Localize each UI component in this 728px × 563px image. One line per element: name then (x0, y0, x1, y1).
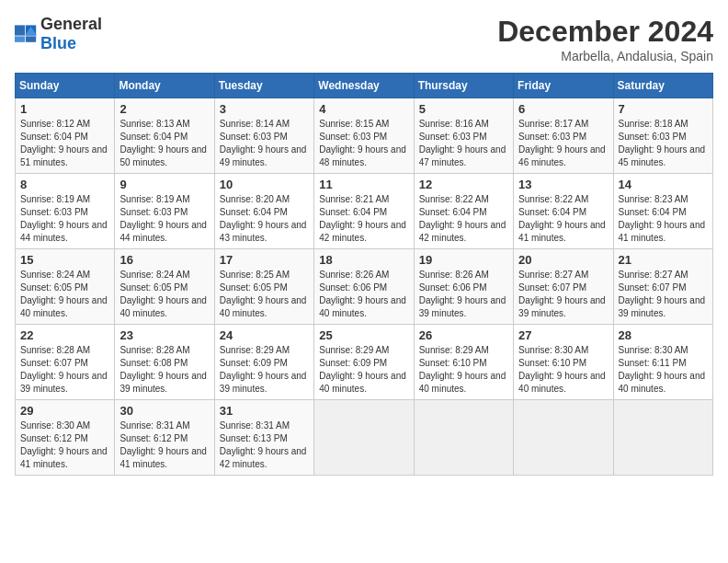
calendar-cell: 26 Sunrise: 8:29 AM Sunset: 6:10 PM Dayl… (414, 325, 513, 400)
calendar-cell: 2 Sunrise: 8:13 AM Sunset: 6:04 PM Dayli… (115, 98, 214, 174)
title-area: December 2024 Marbella, Andalusia, Spain (497, 15, 713, 63)
col-tuesday: Tuesday (214, 74, 313, 98)
day-info: Sunrise: 8:25 AM Sunset: 6:05 PM Dayligh… (220, 269, 309, 320)
calendar-week-row: 29 Sunrise: 8:30 AM Sunset: 6:12 PM Dayl… (16, 400, 713, 476)
day-info: Sunrise: 8:30 AM Sunset: 6:10 PM Dayligh… (518, 344, 608, 396)
day-number: 29 (20, 404, 109, 418)
calendar-cell: 10 Sunrise: 8:20 AM Sunset: 6:04 PM Dayl… (214, 174, 313, 249)
calendar-cell: 8 Sunrise: 8:19 AM Sunset: 6:03 PM Dayli… (16, 174, 115, 249)
calendar-cell: 21 Sunrise: 8:27 AM Sunset: 6:07 PM Dayl… (613, 249, 712, 325)
calendar-cell: 11 Sunrise: 8:21 AM Sunset: 6:04 PM Dayl… (314, 174, 414, 249)
day-number: 10 (220, 178, 309, 191)
calendar-cell (414, 400, 513, 476)
day-info: Sunrise: 8:12 AM Sunset: 6:04 PM Dayligh… (20, 118, 109, 169)
day-info: Sunrise: 8:23 AM Sunset: 6:04 PM Dayligh… (619, 193, 708, 245)
day-info: Sunrise: 8:22 AM Sunset: 6:04 PM Dayligh… (419, 193, 508, 245)
day-info: Sunrise: 8:24 AM Sunset: 6:05 PM Dayligh… (119, 269, 209, 320)
day-info: Sunrise: 8:28 AM Sunset: 6:07 PM Dayligh… (20, 344, 109, 396)
day-info: Sunrise: 8:24 AM Sunset: 6:05 PM Dayligh… (20, 269, 109, 320)
calendar-week-row: 1 Sunrise: 8:12 AM Sunset: 6:04 PM Dayli… (16, 98, 713, 174)
calendar-cell: 17 Sunrise: 8:25 AM Sunset: 6:05 PM Dayl… (214, 249, 313, 325)
calendar-cell: 22 Sunrise: 8:28 AM Sunset: 6:07 PM Dayl… (16, 325, 115, 400)
calendar-cell: 20 Sunrise: 8:27 AM Sunset: 6:07 PM Dayl… (514, 249, 613, 325)
day-number: 11 (319, 178, 408, 191)
calendar-cell: 28 Sunrise: 8:30 AM Sunset: 6:11 PM Dayl… (613, 325, 712, 400)
col-friday: Friday (514, 74, 613, 98)
col-monday: Monday (115, 74, 214, 98)
day-number: 1 (20, 102, 109, 116)
col-wednesday: Wednesday (314, 74, 414, 98)
day-number: 22 (20, 328, 109, 342)
logo-text: General Blue (40, 15, 102, 53)
day-number: 6 (518, 102, 608, 116)
day-number: 16 (119, 253, 209, 267)
calendar-cell: 31 Sunrise: 8:31 AM Sunset: 6:13 PM Dayl… (214, 400, 313, 476)
day-info: Sunrise: 8:18 AM Sunset: 6:03 PM Dayligh… (619, 118, 708, 169)
col-thursday: Thursday (414, 74, 513, 98)
svg-rect-4 (26, 36, 36, 41)
calendar-cell: 15 Sunrise: 8:24 AM Sunset: 6:05 PM Dayl… (16, 249, 115, 325)
day-info: Sunrise: 8:28 AM Sunset: 6:08 PM Dayligh… (119, 344, 209, 396)
day-number: 9 (119, 178, 209, 191)
day-info: Sunrise: 8:19 AM Sunset: 6:03 PM Dayligh… (20, 193, 109, 245)
day-number: 14 (619, 178, 708, 191)
svg-rect-0 (15, 25, 25, 35)
day-number: 12 (419, 178, 508, 191)
day-number: 26 (419, 328, 508, 342)
day-info: Sunrise: 8:26 AM Sunset: 6:06 PM Dayligh… (419, 269, 508, 320)
day-number: 20 (518, 253, 608, 267)
day-info: Sunrise: 8:27 AM Sunset: 6:07 PM Dayligh… (619, 269, 708, 320)
day-number: 3 (220, 102, 309, 116)
calendar-cell: 30 Sunrise: 8:31 AM Sunset: 6:12 PM Dayl… (115, 400, 214, 476)
day-info: Sunrise: 8:30 AM Sunset: 6:11 PM Dayligh… (619, 344, 708, 396)
logo: General Blue (15, 15, 102, 53)
day-number: 25 (319, 328, 408, 342)
day-info: Sunrise: 8:19 AM Sunset: 6:03 PM Dayligh… (119, 193, 209, 245)
day-info: Sunrise: 8:17 AM Sunset: 6:03 PM Dayligh… (518, 118, 608, 169)
day-number: 8 (20, 178, 109, 191)
day-number: 23 (119, 328, 209, 342)
calendar-cell: 12 Sunrise: 8:22 AM Sunset: 6:04 PM Dayl… (414, 174, 513, 249)
logo-blue: Blue (40, 34, 76, 52)
day-number: 30 (119, 404, 209, 418)
calendar-cell: 7 Sunrise: 8:18 AM Sunset: 6:03 PM Dayli… (613, 98, 712, 174)
day-number: 18 (319, 253, 408, 267)
day-number: 17 (220, 253, 309, 267)
day-info: Sunrise: 8:29 AM Sunset: 6:09 PM Dayligh… (319, 344, 408, 396)
calendar-cell: 3 Sunrise: 8:14 AM Sunset: 6:03 PM Dayli… (214, 98, 313, 174)
calendar-table: Sunday Monday Tuesday Wednesday Thursday… (15, 73, 713, 476)
day-number: 15 (20, 253, 109, 267)
day-info: Sunrise: 8:29 AM Sunset: 6:09 PM Dayligh… (220, 344, 309, 396)
day-number: 7 (619, 102, 708, 116)
calendar-cell: 29 Sunrise: 8:30 AM Sunset: 6:12 PM Dayl… (16, 400, 115, 476)
day-info: Sunrise: 8:22 AM Sunset: 6:04 PM Dayligh… (518, 193, 608, 245)
day-number: 31 (220, 404, 309, 418)
day-info: Sunrise: 8:15 AM Sunset: 6:03 PM Dayligh… (319, 118, 408, 169)
day-info: Sunrise: 8:27 AM Sunset: 6:07 PM Dayligh… (518, 269, 608, 320)
day-number: 2 (119, 102, 209, 116)
calendar-cell: 14 Sunrise: 8:23 AM Sunset: 6:04 PM Dayl… (613, 174, 712, 249)
day-info: Sunrise: 8:20 AM Sunset: 6:04 PM Dayligh… (220, 193, 309, 245)
main-title: December 2024 (497, 15, 713, 49)
day-number: 13 (518, 178, 608, 191)
logo-general: General (40, 15, 102, 33)
calendar-week-row: 15 Sunrise: 8:24 AM Sunset: 6:05 PM Dayl… (16, 249, 713, 325)
calendar-cell: 5 Sunrise: 8:16 AM Sunset: 6:03 PM Dayli… (414, 98, 513, 174)
calendar-cell (613, 400, 712, 476)
calendar-week-row: 8 Sunrise: 8:19 AM Sunset: 6:03 PM Dayli… (16, 174, 713, 249)
day-number: 24 (220, 328, 309, 342)
day-info: Sunrise: 8:31 AM Sunset: 6:13 PM Dayligh… (220, 419, 309, 471)
day-info: Sunrise: 8:14 AM Sunset: 6:03 PM Dayligh… (220, 118, 309, 169)
calendar-cell (314, 400, 414, 476)
logo-icon (15, 25, 37, 43)
calendar-cell: 9 Sunrise: 8:19 AM Sunset: 6:03 PM Dayli… (115, 174, 214, 249)
day-info: Sunrise: 8:16 AM Sunset: 6:03 PM Dayligh… (419, 118, 508, 169)
calendar-cell: 25 Sunrise: 8:29 AM Sunset: 6:09 PM Dayl… (314, 325, 414, 400)
calendar-cell: 19 Sunrise: 8:26 AM Sunset: 6:06 PM Dayl… (414, 249, 513, 325)
calendar-week-row: 22 Sunrise: 8:28 AM Sunset: 6:07 PM Dayl… (16, 325, 713, 400)
day-number: 27 (518, 328, 608, 342)
calendar-cell: 24 Sunrise: 8:29 AM Sunset: 6:09 PM Dayl… (214, 325, 313, 400)
calendar-cell: 6 Sunrise: 8:17 AM Sunset: 6:03 PM Dayli… (514, 98, 613, 174)
day-number: 5 (419, 102, 508, 116)
day-info: Sunrise: 8:29 AM Sunset: 6:10 PM Dayligh… (419, 344, 508, 396)
